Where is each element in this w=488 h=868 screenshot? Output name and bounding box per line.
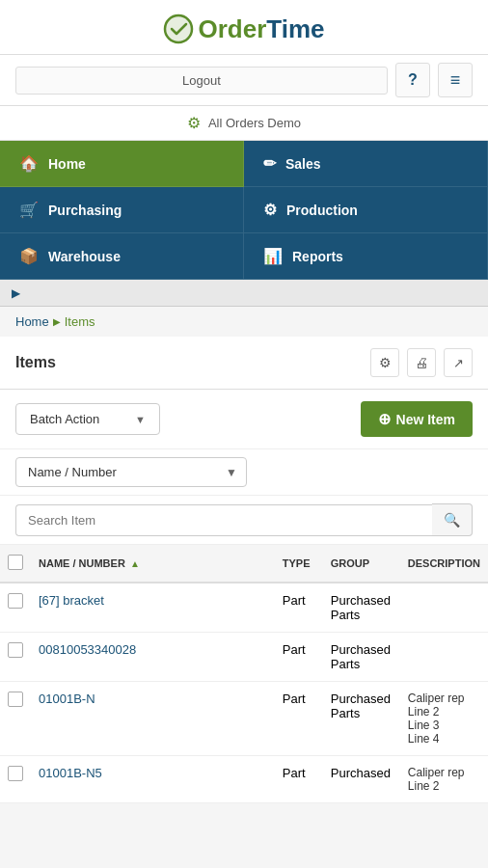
- export-icon: ↗: [453, 356, 464, 370]
- new-item-button[interactable]: ⊕ New Item: [361, 401, 473, 437]
- th-checkbox: [0, 545, 31, 583]
- nav-item-production[interactable]: ⚙ Production: [244, 187, 488, 233]
- row-group-3: Purchased: [323, 756, 400, 803]
- toolbar: Batch Action ▼ ⊕ New Item: [0, 390, 488, 449]
- row-group-0: Purchased Parts: [323, 583, 400, 633]
- gear-action-icon: ⚙: [379, 355, 392, 370]
- nav-label-sales: Sales: [285, 156, 321, 172]
- nav-item-reports[interactable]: 📊 Reports: [244, 233, 488, 280]
- table-row: 01001B-N Part Purchased Parts Caliper re…: [0, 682, 488, 756]
- demo-label: All Orders Demo: [208, 116, 301, 130]
- home-icon: 🏠: [19, 154, 39, 173]
- sales-icon: ✏: [263, 154, 276, 173]
- sort-asc-icon: ▲: [130, 558, 140, 569]
- purchasing-icon: 🛒: [19, 201, 39, 219]
- item-link-1[interactable]: 00810053340028: [39, 642, 136, 657]
- nav-label-home: Home: [48, 156, 86, 172]
- row-desc-3: Caliper repLine 2: [400, 756, 488, 803]
- new-item-plus-icon: ⊕: [378, 410, 391, 428]
- new-item-label: New Item: [396, 412, 455, 427]
- row-type-2: Part: [275, 682, 323, 756]
- item-link-3[interactable]: 01001B-N5: [39, 766, 102, 780]
- table-header-row: NAME / NUMBER ▲ TYPE GROUP DESCRIPTION: [0, 545, 488, 583]
- filter-bar: Name / Number SKU Description Group ▼: [0, 449, 488, 496]
- row-checkbox-cell: [0, 633, 31, 682]
- print-icon: 🖨: [415, 355, 428, 370]
- row-type-0: Part: [275, 583, 323, 633]
- batch-action-label: Batch Action: [30, 412, 99, 426]
- th-description[interactable]: DESCRIPTION: [400, 545, 488, 583]
- logo-icon: [163, 14, 194, 44]
- collapse-bar[interactable]: ▶: [0, 280, 488, 307]
- row-checkbox-cell: [0, 756, 31, 803]
- row-type-1: Part: [275, 633, 323, 682]
- logo: OrderTime: [0, 14, 488, 44]
- nav-label-purchasing: Purchasing: [48, 203, 122, 218]
- row-desc-0: [400, 583, 488, 633]
- row-name-2: 01001B-N: [31, 682, 275, 756]
- search-input[interactable]: [15, 504, 432, 536]
- table-row: [67] bracket Part Purchased Parts: [0, 583, 488, 633]
- row-checkbox-0[interactable]: [8, 593, 23, 609]
- th-group[interactable]: GROUP: [323, 545, 400, 583]
- export-button[interactable]: ↗: [444, 348, 473, 377]
- page-title: Items: [15, 354, 56, 371]
- main-content: Items ⚙ 🖨 ↗ Batch Action ▼ ⊕ New Item N: [0, 337, 488, 803]
- nav-label-reports: Reports: [292, 249, 343, 264]
- menu-button[interactable]: ≡: [438, 63, 473, 97]
- row-group-1: Purchased Parts: [323, 633, 400, 682]
- logo-time: Time: [266, 14, 324, 43]
- items-table: NAME / NUMBER ▲ TYPE GROUP DESCRIPTION […: [0, 545, 488, 803]
- th-type[interactable]: TYPE: [275, 545, 323, 583]
- main-nav: 🏠 Home ✏ Sales 🛒 Purchasing ⚙ Production…: [0, 141, 488, 280]
- row-group-2: Purchased Parts: [323, 682, 400, 756]
- warehouse-icon: 📦: [19, 247, 39, 265]
- print-button[interactable]: 🖨: [407, 348, 436, 377]
- nav-item-sales[interactable]: ✏ Sales: [244, 141, 488, 187]
- nav-label-warehouse: Warehouse: [48, 249, 121, 264]
- batch-action-button[interactable]: Batch Action ▼: [15, 403, 160, 435]
- filter-select[interactable]: Name / Number SKU Description Group: [15, 457, 247, 487]
- row-checkbox-3[interactable]: [8, 766, 23, 781]
- batch-action-chevron-icon: ▼: [135, 414, 146, 425]
- breadcrumb-home[interactable]: Home: [15, 314, 49, 329]
- page-title-bar: Items ⚙ 🖨 ↗: [0, 337, 488, 390]
- help-button[interactable]: ?: [395, 63, 430, 97]
- item-link-0[interactable]: [67] bracket: [39, 593, 104, 608]
- row-name-0: [67] bracket: [31, 583, 275, 633]
- item-link-2[interactable]: 01001B-N: [39, 692, 95, 706]
- breadcrumb-current: Items: [65, 314, 95, 329]
- row-checkbox-cell: [0, 583, 31, 633]
- row-type-3: Part: [275, 756, 323, 803]
- nav-item-purchasing[interactable]: 🛒 Purchasing: [0, 187, 244, 233]
- nav-label-production: Production: [286, 203, 358, 218]
- nav-item-home[interactable]: 🏠 Home: [0, 141, 244, 187]
- search-button[interactable]: 🔍: [432, 503, 473, 536]
- row-checkbox-1[interactable]: [8, 642, 23, 658]
- row-checkbox-cell: [0, 682, 31, 756]
- help-icon: ?: [408, 71, 418, 89]
- production-icon: ⚙: [263, 201, 277, 219]
- search-bar: 🔍: [0, 496, 488, 545]
- logo-text: OrderTime: [198, 14, 324, 44]
- collapse-arrow-icon: ▶: [12, 286, 20, 300]
- select-all-checkbox[interactable]: [8, 555, 23, 570]
- logout-button[interactable]: Logout: [15, 67, 388, 95]
- nav-item-warehouse[interactable]: 📦 Warehouse: [0, 233, 244, 280]
- search-icon: 🔍: [444, 512, 460, 528]
- table-row: 00810053340028 Part Purchased Parts: [0, 633, 488, 682]
- demo-bar: ⚙ All Orders Demo: [0, 106, 488, 141]
- items-table-container: NAME / NUMBER ▲ TYPE GROUP DESCRIPTION […: [0, 545, 488, 803]
- app-header: OrderTime: [0, 0, 488, 55]
- th-name-number[interactable]: NAME / NUMBER ▲: [31, 545, 275, 583]
- reports-icon: 📊: [263, 247, 283, 265]
- title-actions: ⚙ 🖨 ↗: [370, 348, 473, 377]
- row-name-3: 01001B-N5: [31, 756, 275, 803]
- settings-icon: ⚙: [187, 114, 201, 132]
- menu-icon: ≡: [450, 70, 461, 91]
- breadcrumb: Home ▶ Items: [0, 307, 488, 337]
- settings-action-button[interactable]: ⚙: [370, 348, 399, 377]
- row-checkbox-2[interactable]: [8, 692, 23, 707]
- filter-select-wrapper: Name / Number SKU Description Group ▼: [15, 457, 247, 487]
- logo-order: Order: [198, 14, 266, 43]
